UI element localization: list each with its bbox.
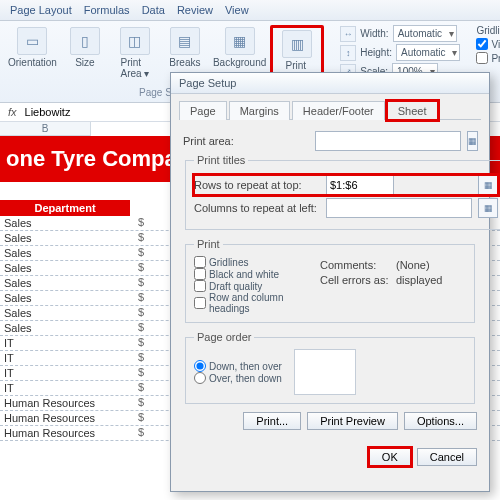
comments-combo[interactable]: (None) <box>396 259 466 271</box>
tab-view[interactable]: View <box>225 4 249 16</box>
print-titles-fieldset: Print titles Rows to repeat at top: ▦ Co… <box>185 154 500 230</box>
dept-cell: IT <box>0 366 138 380</box>
currency-cell: $ <box>138 216 154 230</box>
currency-cell: $ <box>138 336 154 350</box>
dept-cell: IT <box>0 381 138 395</box>
dept-cell: Sales <box>0 216 138 230</box>
print-fieldset: Print Gridlines Black and white Draft qu… <box>185 238 475 323</box>
currency-cell: $ <box>138 381 154 395</box>
rowcol-check[interactable]: Row and column headings <box>194 292 304 314</box>
size-button[interactable]: ▯Size <box>61 25 109 85</box>
tab-data[interactable]: Data <box>142 4 165 16</box>
dept-cell: Sales <box>0 261 138 275</box>
dept-cell: Sales <box>0 246 138 260</box>
currency-cell: $ <box>138 321 154 335</box>
department-header: Department <box>0 200 130 216</box>
rows-repeat-refedit-icon[interactable]: ▦ <box>478 175 498 195</box>
gridlines-print-check[interactable]: Print <box>476 52 500 64</box>
tab-formulas[interactable]: Formulas <box>84 4 130 16</box>
size-icon: ▯ <box>70 27 100 55</box>
width-icon: ↔ <box>340 26 356 42</box>
print-area-button[interactable]: ◫Print Area ▾ <box>111 25 159 85</box>
currency-cell: $ <box>138 351 154 365</box>
gridlines-group: Gridlines View Print <box>476 25 500 64</box>
width-combo[interactable]: Automatic <box>393 25 457 42</box>
currency-cell: $ <box>138 261 154 275</box>
height-combo[interactable]: Automatic <box>396 44 460 61</box>
cellerrors-combo[interactable]: displayed <box>396 274 466 286</box>
page-order-preview-icon <box>294 349 356 395</box>
currency-cell: $ <box>138 426 154 440</box>
fx-label: fx <box>8 106 17 118</box>
dept-cell: Sales <box>0 306 138 320</box>
col-header-b[interactable]: B <box>0 122 91 136</box>
dept-cell: Sales <box>0 291 138 305</box>
down-over-radio[interactable]: Down, then over <box>194 360 282 372</box>
currency-cell: $ <box>138 231 154 245</box>
currency-cell: $ <box>138 291 154 305</box>
dept-cell: Human Resources <box>0 396 138 410</box>
dept-cell: IT <box>0 351 138 365</box>
cols-repeat-label: Columns to repeat at left: <box>194 202 320 214</box>
dept-cell: IT <box>0 336 138 350</box>
cellerrors-label: Cell errors as: <box>320 274 390 286</box>
rows-repeat-label: Rows to repeat at top: <box>194 179 320 191</box>
dept-cell: Sales <box>0 231 138 245</box>
currency-cell: $ <box>138 411 154 425</box>
breaks-icon: ▤ <box>170 27 200 55</box>
dlg-tab-page[interactable]: Page <box>179 101 227 120</box>
comments-label: Comments: <box>320 259 390 271</box>
orientation-button[interactable]: ▭Orientation <box>6 25 59 85</box>
ok-button[interactable]: OK <box>369 448 411 466</box>
gridlines-check[interactable]: Gridlines <box>194 256 304 268</box>
print-area-refedit-icon[interactable]: ▦ <box>467 131 478 151</box>
bw-check[interactable]: Black and white <box>194 268 304 280</box>
cancel-button[interactable]: Cancel <box>417 448 477 466</box>
currency-cell: $ <box>138 396 154 410</box>
over-down-radio[interactable]: Over, then down <box>194 372 282 384</box>
dlg-tab-margins[interactable]: Margins <box>229 101 290 120</box>
dlg-tab-header-footer[interactable]: Header/Footer <box>292 101 385 120</box>
dialog-tabs: Page Margins Header/Footer Sheet <box>179 100 481 120</box>
print-area-icon: ◫ <box>120 27 150 55</box>
print-area-label: Print area: <box>183 135 309 147</box>
tab-review[interactable]: Review <box>177 4 213 16</box>
dlg-print-button[interactable]: Print... <box>243 412 301 430</box>
ribbon-tabs: Page Layout Formulas Data Review View <box>0 0 500 21</box>
print-area-input[interactable] <box>315 131 461 151</box>
currency-cell: $ <box>138 246 154 260</box>
dept-cell: Sales <box>0 276 138 290</box>
dept-cell: Human Resources <box>0 426 138 440</box>
tab-page-layout[interactable]: Page Layout <box>10 4 72 16</box>
cols-repeat-refedit-icon[interactable]: ▦ <box>478 198 498 218</box>
print-titles-icon: ▥ <box>282 30 312 58</box>
dept-cell: Human Resources <box>0 411 138 425</box>
draft-check[interactable]: Draft quality <box>194 280 304 292</box>
gridlines-view-check[interactable]: View <box>476 38 500 50</box>
page-setup-dialog: Page Setup Page Margins Header/Footer Sh… <box>170 72 490 492</box>
dept-cell: Sales <box>0 321 138 335</box>
formula-input[interactable] <box>23 105 165 119</box>
background-icon: ▦ <box>225 27 255 55</box>
rows-repeat-input[interactable] <box>326 175 394 195</box>
page-order-fieldset: Page order Down, then over Over, then do… <box>185 331 475 404</box>
currency-cell: $ <box>138 366 154 380</box>
dlg-tab-sheet[interactable]: Sheet <box>387 101 438 120</box>
height-icon: ↕ <box>340 45 356 61</box>
dialog-title: Page Setup <box>171 73 489 94</box>
orientation-icon: ▭ <box>17 27 47 55</box>
cols-repeat-input[interactable] <box>326 198 472 218</box>
dlg-preview-button[interactable]: Print Preview <box>307 412 398 430</box>
currency-cell: $ <box>138 276 154 290</box>
currency-cell: $ <box>138 306 154 320</box>
dlg-options-button[interactable]: Options... <box>404 412 477 430</box>
